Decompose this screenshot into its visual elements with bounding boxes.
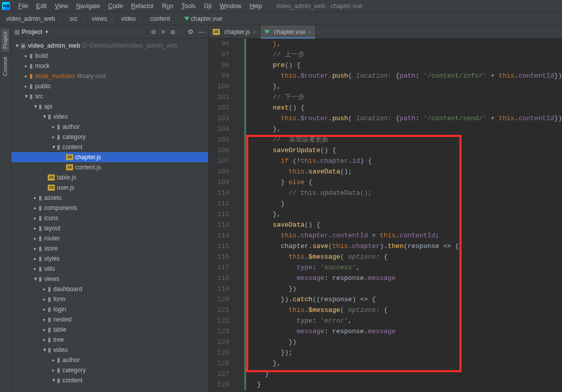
- tree-item-content[interactable]: ▼▮content: [11, 375, 208, 385]
- tree-item-content-js[interactable]: JScontent.js: [11, 162, 208, 172]
- tree-twistie-icon[interactable]: ▸: [23, 63, 29, 68]
- tree-item-components[interactable]: ▸▮components: [11, 203, 208, 213]
- tree-item-nested[interactable]: ▸▮nested: [11, 314, 208, 325]
- tree-item-user-js[interactable]: JSuser.js: [11, 183, 208, 193]
- tree-item-content[interactable]: ▼▮content: [11, 142, 208, 152]
- tree-twistie-icon[interactable]: ▸: [32, 205, 39, 210]
- code-line[interactable]: next() {: [249, 102, 562, 113]
- code-line[interactable]: saveOrUpdate() {: [249, 145, 562, 156]
- tree-item-router[interactable]: ▸▮router: [11, 233, 208, 243]
- project-panel-collapse-icon[interactable]: ▦: [14, 28, 20, 35]
- tree-twistie-icon[interactable]: ▸: [51, 124, 57, 129]
- code-line[interactable]: chapter.save(this.chapter).then(response…: [249, 241, 562, 252]
- tree-item-author[interactable]: ▸▮author: [11, 355, 208, 365]
- project-panel-title[interactable]: Project: [22, 28, 43, 35]
- menu-tools[interactable]: Tools: [177, 2, 200, 11]
- breadcrumb-item[interactable]: src: [68, 15, 80, 23]
- tree-twistie-icon[interactable]: ▸: [32, 226, 39, 231]
- menu-code[interactable]: Code: [104, 2, 127, 11]
- tree-twistie-icon[interactable]: ▸: [32, 266, 39, 271]
- menu-git[interactable]: Git: [200, 2, 215, 11]
- code-line[interactable]: // 添加或者更新: [249, 134, 562, 145]
- code-line[interactable]: message: response.message: [249, 273, 562, 283]
- collapse-all-icon[interactable]: ≣: [170, 28, 176, 35]
- breadcrumb-item[interactable]: content: [148, 15, 172, 23]
- breadcrumb-item[interactable]: chapter.vue: [182, 15, 224, 23]
- tree-twistie-icon[interactable]: ▸: [51, 358, 57, 363]
- close-icon[interactable]: ×: [308, 29, 311, 35]
- tree-twistie-icon[interactable]: ▸: [32, 195, 39, 200]
- code-line[interactable]: this.$message( options: {: [249, 252, 562, 262]
- tree-item-layout[interactable]: ▸▮layout: [11, 223, 208, 233]
- tree-item-node_modules[interactable]: ▸▮node_moduleslibrary root: [11, 71, 208, 81]
- code-line[interactable]: this.$message( options: {: [249, 305, 562, 315]
- tree-item-mock[interactable]: ▸▮mock: [11, 61, 208, 71]
- code-line[interactable]: }: [249, 198, 562, 209]
- tree-twistie-icon[interactable]: ▸: [42, 327, 48, 332]
- code-line[interactable]: this.$router.push( location: {path: '/co…: [249, 70, 562, 81]
- tree-twistie-icon[interactable]: ▼: [51, 145, 57, 150]
- code-line[interactable]: saveData() {: [249, 220, 562, 230]
- code-line[interactable]: message: response.message: [249, 326, 562, 337]
- code-editor[interactable]: 9697989910010110210310410510610710810911…: [209, 39, 562, 392]
- code-line[interactable]: },: [249, 358, 562, 369]
- tree-item-build[interactable]: ▸▮build: [11, 51, 208, 61]
- commit-tool-tab[interactable]: Commit: [1, 54, 9, 79]
- code-line[interactable]: // 下一步: [249, 92, 562, 102]
- tree-item-table[interactable]: ▸▮table: [11, 325, 208, 335]
- code-line[interactable]: },: [249, 39, 562, 49]
- tree-item-table-js[interactable]: JStable.js: [11, 172, 208, 183]
- menu-window[interactable]: Window: [216, 2, 246, 11]
- menu-help[interactable]: Help: [245, 2, 266, 11]
- tree-twistie-icon[interactable]: ▼: [32, 104, 39, 109]
- code-line[interactable]: },: [249, 81, 562, 92]
- code-line[interactable]: } else {: [249, 177, 562, 188]
- tree-item-author[interactable]: ▸▮author: [11, 122, 208, 132]
- tree-twistie-icon[interactable]: ▸: [32, 236, 39, 241]
- code-line[interactable]: }): [249, 283, 562, 294]
- menu-edit[interactable]: Edit: [32, 2, 51, 11]
- code-line[interactable]: pre() {: [249, 60, 562, 70]
- breadcrumb-item[interactable]: video: [119, 15, 138, 23]
- locate-icon[interactable]: ⊕: [151, 28, 156, 35]
- code-line[interactable]: },: [249, 124, 562, 134]
- tree-item-category[interactable]: ▸▮category: [11, 365, 208, 375]
- tree-item-styles[interactable]: ▸▮styles: [11, 254, 208, 264]
- tree-twistie-icon[interactable]: ▸: [23, 53, 29, 58]
- code-line[interactable]: this.chapter.contentId = this.contentId;: [249, 230, 562, 241]
- tree-item-api[interactable]: ▼▮api: [11, 101, 208, 112]
- code-line[interactable]: // this.updateData();: [249, 188, 562, 198]
- tree-twistie-icon[interactable]: ▼: [32, 276, 39, 281]
- tree-item-chapter-js[interactable]: JSchapter.js: [11, 152, 208, 162]
- breadcrumb-item[interactable]: video_admin_web: [4, 15, 57, 23]
- tree-twistie-icon[interactable]: ▸: [23, 74, 29, 79]
- code-content[interactable]: }, // 上一步 pre() { this.$router.push( loc…: [246, 39, 562, 392]
- tree-root[interactable]: ▼ ▣ video_admin_web D:\Develop\Web\video…: [11, 41, 208, 51]
- code-line[interactable]: }).catch((response) => {: [249, 294, 562, 305]
- tree-item-category[interactable]: ▸▮category: [11, 132, 208, 142]
- code-line[interactable]: this.$router.push( location: {path: '/co…: [249, 113, 562, 124]
- tree-item-icons[interactable]: ▸▮icons: [11, 213, 208, 223]
- menu-file[interactable]: File: [14, 2, 32, 11]
- tree-item-src[interactable]: ▼▮src: [11, 91, 208, 101]
- tree-item-video[interactable]: ▼▮video: [11, 112, 208, 122]
- editor-tab-chapter-vue[interactable]: chapter.vue×: [260, 25, 315, 38]
- tree-twistie-icon[interactable]: ▸: [51, 368, 57, 373]
- expand-all-icon[interactable]: ≡: [161, 28, 166, 35]
- chevron-down-icon[interactable]: ▼: [45, 29, 49, 34]
- tree-item-views[interactable]: ▼▮views: [11, 274, 208, 284]
- tree-twistie-icon[interactable]: ▼: [51, 378, 57, 383]
- gear-icon[interactable]: ✿: [188, 28, 193, 35]
- tree-item-utils[interactable]: ▸▮utils: [11, 264, 208, 274]
- tree-twistie-icon[interactable]: ▸: [42, 297, 48, 302]
- project-tool-tab[interactable]: Project: [1, 28, 9, 52]
- tree-twistie-icon[interactable]: ▸: [51, 134, 57, 139]
- tree-twistie-icon[interactable]: ▸: [42, 317, 48, 322]
- menu-run[interactable]: Run: [158, 2, 177, 11]
- hide-panel-icon[interactable]: —: [199, 28, 205, 35]
- tree-item-form[interactable]: ▸▮form: [11, 294, 208, 304]
- code-line[interactable]: });: [249, 347, 562, 358]
- tree-item-dashboard[interactable]: ▸▮dashboard: [11, 284, 208, 294]
- tree-twistie-icon[interactable]: ▼: [42, 347, 48, 352]
- tree-twistie-icon[interactable]: ▸: [42, 287, 48, 292]
